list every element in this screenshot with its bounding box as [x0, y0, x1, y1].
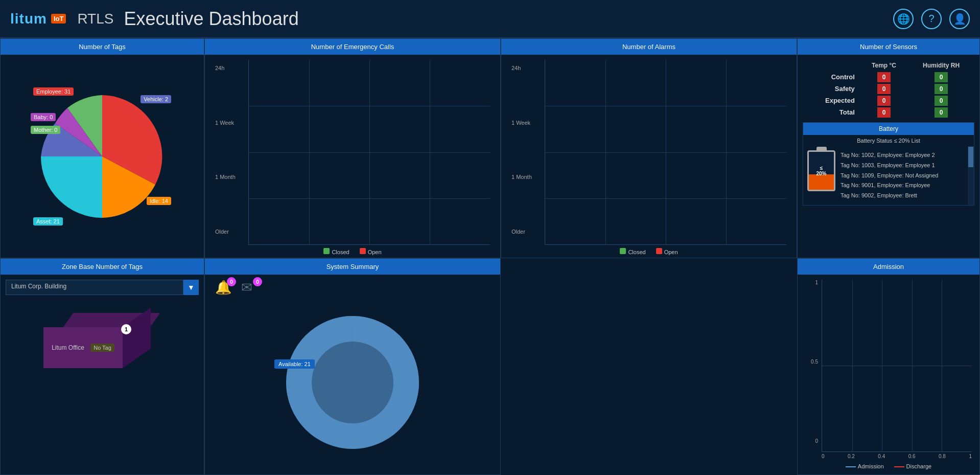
tag-label-asset: Asset: 21	[33, 217, 63, 225]
notification-badges: 🔔 0 ✉ 0	[215, 280, 260, 298]
alarms-chart-area	[545, 60, 786, 245]
tags-panel-body: Employee: 31 Baby: 0 Mother: 0 Vehicle: …	[1, 55, 204, 258]
sensors-panel-body: Temp °C Humidity RH Control 0 0 Safety 0…	[798, 55, 979, 258]
x-label-02: 0.2	[848, 454, 855, 459]
sensors-col-humidity: Humidity RH	[908, 60, 974, 71]
zone-dropdown[interactable]: Litum Corp. Building ▼	[6, 280, 199, 295]
battery-list: Tag No: 1002, Employee: Employee 2 Tag N…	[841, 150, 970, 201]
battery-item-9001: Tag No: 9001, Employee: Employee	[841, 180, 970, 191]
sensors-row-control: Control 0 0	[803, 71, 974, 83]
alarms-panel: Number of Alarms 24h 1 Week 1 Month Olde…	[501, 38, 797, 258]
y-label-1: 1	[805, 280, 818, 285]
battery-scrollbar-thumb[interactable]	[968, 147, 973, 167]
email-count: 0	[253, 277, 262, 286]
sensors-val-safety-humidity: 0	[908, 83, 974, 95]
sensors-row-expected: Expected 0 0	[803, 95, 974, 106]
emergency-panel-header: Number of Emergency Calls	[205, 39, 500, 55]
sensors-panel-header: Number of Sensors	[798, 39, 979, 55]
battery-scrollbar[interactable]	[968, 146, 974, 205]
alarm-y-label-24h: 24h	[511, 65, 532, 71]
sensors-row-safety: Safety 0 0	[803, 83, 974, 95]
tag-label-employee: Employee: 31	[33, 87, 74, 96]
header-actions: 🌐 ? 👤	[893, 9, 970, 29]
tags-panel: Number of Tags	[0, 38, 204, 258]
alarms-legend: Closed Open	[511, 248, 786, 255]
email-notification[interactable]: ✉ 0	[241, 280, 260, 298]
admission-y-labels: 1 0.5 0	[805, 280, 818, 444]
alarm-y-label-1month: 1 Month	[511, 174, 532, 180]
zone-panel: Zone Base Number of Tags Litum Corp. Bui…	[0, 258, 204, 475]
y-label-24h: 24h	[215, 65, 236, 71]
zone-panel-body: Litum Corp. Building ▼ Litum Office No T…	[1, 275, 204, 474]
battery-icon-label: ≤20%	[816, 165, 826, 176]
sensors-col-temp: Temp °C	[860, 60, 908, 71]
tag-label-idle: Idle: 14	[147, 197, 171, 205]
alarm-y-label-older: Older	[511, 229, 532, 235]
x-label-06: 0.6	[908, 454, 916, 459]
sensors-val-total-humidity: 0	[908, 106, 974, 118]
alarms-legend-open: Open	[656, 248, 678, 255]
sensors-panel: Number of Sensors Temp °C Humidity RH Co…	[797, 38, 980, 258]
emergency-legend: Closed Open	[215, 248, 490, 255]
tag-label-mother: Mother: 0	[31, 126, 60, 134]
header-logo-area: litum IoT RTLS Executive Dashboard	[10, 8, 299, 30]
admission-legend-discharge: Discharge	[894, 463, 932, 469]
tag-label-vehicle: Vehicle: 2	[141, 95, 171, 103]
sensors-label-total: Total	[803, 106, 860, 118]
sensors-val-control-temp: 0	[860, 71, 908, 83]
alarms-legend-closed: Closed	[620, 248, 645, 255]
admission-panel-header: Admission	[798, 259, 979, 275]
x-label-1: 1	[969, 454, 972, 459]
logo-litum: litum	[10, 11, 47, 27]
admission-chart-wrapper: 1 0.5 0 0 0.2 0.4 0.6	[805, 280, 972, 459]
sensors-val-expected-humidity: 0	[908, 95, 974, 106]
email-icon: ✉	[241, 280, 252, 295]
logo-iot: IoT	[51, 14, 66, 24]
zone-panel-header: Zone Base Number of Tags	[1, 259, 204, 275]
zone-dropdown-button[interactable]: ▼	[183, 280, 199, 295]
y-label-older: Older	[215, 229, 236, 235]
emergency-chart-area	[248, 60, 490, 245]
emergency-legend-closed: Closed	[323, 248, 349, 255]
sensors-val-safety-temp: 0	[860, 83, 908, 95]
sensors-table: Temp °C Humidity RH Control 0 0 Safety 0…	[803, 60, 974, 118]
x-label-0: 0	[822, 454, 825, 459]
battery-sub-panel: Battery Battery Status ≤ 20% List ≤20% T…	[803, 122, 974, 206]
bell-notification[interactable]: 🔔 0	[215, 280, 234, 298]
building-label: Litum Office	[52, 344, 84, 351]
donut-chart: Available: 21	[266, 306, 439, 459]
admission-x-labels: 0 0.2 0.4 0.6 0.8 1	[822, 454, 972, 459]
user-icon[interactable]: 👤	[949, 9, 970, 29]
help-icon[interactable]: ?	[921, 9, 942, 29]
sensors-label-expected: Expected	[803, 95, 860, 106]
battery-icon: ≤20%	[807, 150, 835, 191]
admission-legend: Admission Discharge	[805, 463, 972, 469]
y-label-1month: 1 Month	[215, 174, 236, 180]
summary-panel-body: 🔔 0 ✉ 0 Available: 21	[205, 275, 500, 474]
battery-item-1009: Tag No: 1009, Employee: Not Assigned	[841, 171, 970, 181]
admission-chart-area	[822, 280, 972, 452]
alarms-y-labels: 24h 1 Week 1 Month Older	[511, 65, 532, 235]
zone-dropdown-input[interactable]: Litum Corp. Building	[6, 280, 183, 295]
building-notag-label: No Tag	[90, 344, 114, 352]
sensors-row-total: Total 0 0	[803, 106, 974, 118]
tag-label-baby: Baby: 0	[31, 113, 56, 121]
x-label-04: 0.4	[878, 454, 885, 459]
emergency-legend-open: Open	[360, 248, 382, 255]
header: litum IoT RTLS Executive Dashboard 🌐 ? 👤	[0, 0, 980, 38]
sensors-label-safety: Safety	[803, 83, 860, 95]
sensors-val-expected-temp: 0	[860, 95, 908, 106]
logo-rtls: RTLS	[77, 11, 113, 27]
sensors-val-total-temp: 0	[860, 106, 908, 118]
admission-legend-admission: Admission	[846, 463, 884, 469]
sensors-label-control: Control	[803, 71, 860, 83]
globe-icon[interactable]: 🌐	[893, 9, 914, 29]
sensors-val-control-humidity: 0	[908, 71, 974, 83]
battery-item-9002: Tag No: 9002, Employee: Brett	[841, 191, 970, 201]
x-label-08: 0.8	[939, 454, 946, 459]
battery-status-title: Battery Status ≤ 20% List	[803, 135, 974, 146]
bell-count: 0	[227, 277, 236, 286]
tags-panel-header: Number of Tags	[1, 39, 204, 55]
battery-sub-header: Battery	[803, 123, 974, 135]
summary-panel-header: System Summary	[205, 259, 500, 275]
